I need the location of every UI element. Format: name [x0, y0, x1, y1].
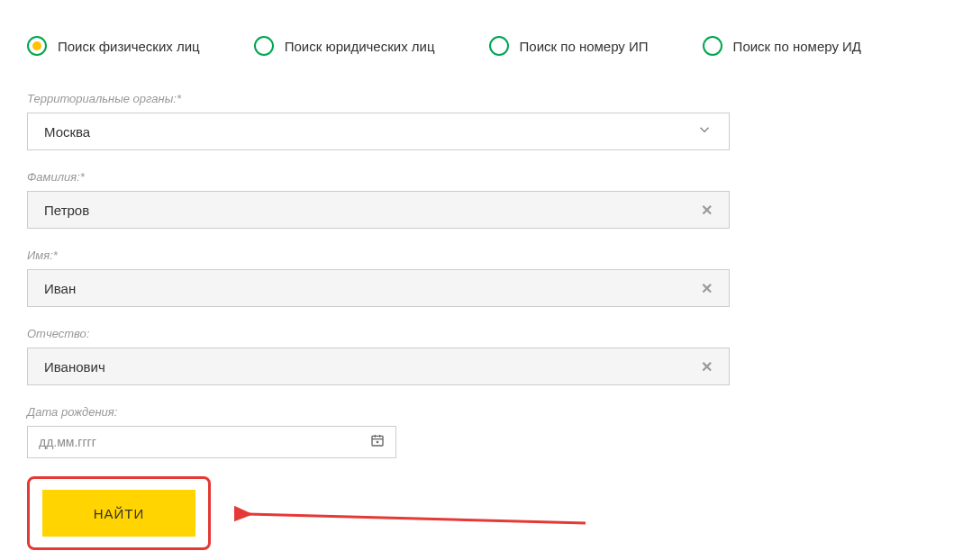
select-value: Москва: [44, 124, 696, 140]
name-input[interactable]: Иван ✕: [27, 269, 730, 307]
svg-point-4: [377, 441, 377, 442]
tab-ip-number[interactable]: Поиск по номеру ИП: [489, 36, 649, 56]
search-type-tabs: Поиск физических лиц Поиск юридических л…: [27, 36, 936, 56]
field-label: Дата рождения:: [27, 405, 730, 419]
field-label: Имя:*: [27, 248, 730, 262]
arrow-annotation-icon: [234, 496, 595, 541]
radio-icon: [489, 36, 509, 56]
clear-icon[interactable]: ✕: [701, 358, 713, 375]
input-value: Иванович: [44, 359, 701, 375]
patronymic-input[interactable]: Иванович ✕: [27, 348, 730, 385]
field-patronymic: Отчество: Иванович ✕: [27, 327, 730, 385]
field-birthdate: Дата рождения: дд.мм.гггг: [27, 405, 730, 458]
field-surname: Фамилия:* Петров ✕: [27, 170, 730, 229]
field-label: Территориальные органы:*: [27, 92, 730, 105]
chevron-down-icon: [696, 122, 713, 141]
surname-input[interactable]: Петров ✕: [27, 191, 730, 229]
clear-icon[interactable]: ✕: [701, 280, 713, 297]
tab-label: Поиск по номеру ИД: [733, 39, 861, 54]
territory-select[interactable]: Москва: [27, 113, 730, 150]
field-territory: Территориальные органы:* Москва: [27, 92, 730, 150]
tab-label: Поиск по номеру ИП: [520, 39, 649, 54]
field-label: Отчество:: [27, 327, 730, 340]
calendar-icon: [370, 433, 385, 451]
input-value: Иван: [44, 281, 701, 296]
field-label: Фамилия:*: [27, 170, 730, 184]
tab-label: Поиск физических лиц: [58, 39, 200, 54]
radio-icon: [254, 36, 274, 56]
date-placeholder: дд.мм.гггг: [39, 435, 96, 449]
search-button[interactable]: НАЙТИ: [42, 490, 195, 537]
tab-label: Поиск юридических лиц: [285, 39, 435, 54]
search-form: Территориальные органы:* Москва Фамилия:…: [27, 92, 730, 550]
radio-selected-icon: [27, 36, 47, 56]
tab-id-number[interactable]: Поиск по номеру ИД: [703, 36, 861, 56]
input-value: Петров: [44, 203, 701, 218]
tab-individuals[interactable]: Поиск физических лиц: [27, 36, 200, 56]
tab-legal-entities[interactable]: Поиск юридических лиц: [254, 36, 435, 56]
submit-highlight: НАЙТИ: [27, 476, 211, 550]
radio-icon: [703, 36, 722, 56]
birthdate-input[interactable]: дд.мм.гггг: [27, 426, 396, 458]
field-name: Имя:* Иван ✕: [27, 248, 730, 307]
clear-icon[interactable]: ✕: [701, 202, 713, 219]
svg-line-6: [248, 514, 586, 523]
